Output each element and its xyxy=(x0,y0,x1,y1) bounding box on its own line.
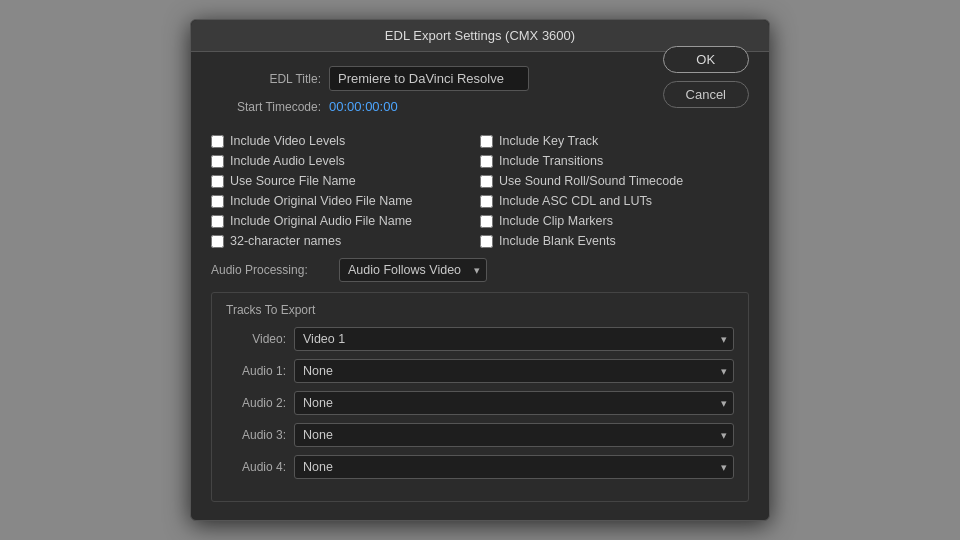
start-timecode-label: Start Timecode: xyxy=(211,100,321,114)
check-row-cb7: Include Key Track xyxy=(480,134,749,148)
audio-track-select-1[interactable]: NoneAudio 1Audio 2Audio 3Audio 4 xyxy=(294,359,734,383)
video-select-wrap: Video 1Video 2Video 3 xyxy=(294,327,734,351)
checkbox-label-cb11: Include Clip Markers xyxy=(499,214,613,228)
edl-export-dialog: EDL Export Settings (CMX 3600) EDL Title… xyxy=(190,19,770,521)
ok-button[interactable]: OK xyxy=(663,46,749,73)
check-row-cb11: Include Clip Markers xyxy=(480,214,749,228)
audio-track-select-4[interactable]: NoneAudio 1Audio 2Audio 3Audio 4 xyxy=(294,455,734,479)
video-track-label: Video: xyxy=(226,332,286,346)
audio-track-label-1: Audio 1: xyxy=(226,364,286,378)
audio-track-select-3[interactable]: NoneAudio 1Audio 2Audio 3Audio 4 xyxy=(294,423,734,447)
right-checkboxes-col: Include Key TrackInclude TransitionsUse … xyxy=(480,134,749,248)
checkbox-label-cb8: Include Transitions xyxy=(499,154,603,168)
check-row-cb4: Include Original Video File Name xyxy=(211,194,480,208)
audio-track-row-2: Audio 2:NoneAudio 1Audio 2Audio 3Audio 4 xyxy=(226,391,734,415)
checkbox-cb11[interactable] xyxy=(480,215,493,228)
checkbox-cb5[interactable] xyxy=(211,215,224,228)
checkbox-cb8[interactable] xyxy=(480,155,493,168)
audio-processing-select-wrap: Audio Follows VideoFollow AudioExplicit … xyxy=(339,258,487,282)
audio-track-label-4: Audio 4: xyxy=(226,460,286,474)
start-timecode-value: 00:00:00:00 xyxy=(329,99,398,114)
audio-processing-row: Audio Processing: Audio Follows VideoFol… xyxy=(211,258,749,282)
check-row-cb10: Include ASC CDL and LUTs xyxy=(480,194,749,208)
checkboxes-area: Include Video LevelsInclude Audio Levels… xyxy=(211,134,749,248)
video-track-select[interactable]: Video 1Video 2Video 3 xyxy=(294,327,734,351)
checkbox-cb6[interactable] xyxy=(211,235,224,248)
tracks-box: Tracks To Export Video: Video 1Video 2Vi… xyxy=(211,292,749,502)
check-row-cb1: Include Video Levels xyxy=(211,134,480,148)
audio-track-row-1: Audio 1:NoneAudio 1Audio 2Audio 3Audio 4 xyxy=(226,359,734,383)
audio-processing-label: Audio Processing: xyxy=(211,263,331,277)
audio-tracks-container: Audio 1:NoneAudio 1Audio 2Audio 3Audio 4… xyxy=(226,359,734,479)
audio-track-label-3: Audio 3: xyxy=(226,428,286,442)
audio-processing-select[interactable]: Audio Follows VideoFollow AudioExplicit … xyxy=(339,258,487,282)
tracks-title: Tracks To Export xyxy=(226,303,734,317)
checkbox-label-cb5: Include Original Audio File Name xyxy=(230,214,412,228)
checkbox-label-cb1: Include Video Levels xyxy=(230,134,345,148)
checkbox-cb12[interactable] xyxy=(480,235,493,248)
checkbox-label-cb9: Use Sound Roll/Sound Timecode xyxy=(499,174,683,188)
audio-select-wrap-2: NoneAudio 1Audio 2Audio 3Audio 4 xyxy=(294,391,734,415)
cancel-button[interactable]: Cancel xyxy=(663,81,749,108)
checkbox-cb1[interactable] xyxy=(211,135,224,148)
audio-select-wrap-4: NoneAudio 1Audio 2Audio 3Audio 4 xyxy=(294,455,734,479)
check-row-cb2: Include Audio Levels xyxy=(211,154,480,168)
edl-title-input[interactable] xyxy=(329,66,529,91)
checkbox-cb10[interactable] xyxy=(480,195,493,208)
checkbox-cb7[interactable] xyxy=(480,135,493,148)
checkbox-label-cb12: Include Blank Events xyxy=(499,234,616,248)
check-row-cb8: Include Transitions xyxy=(480,154,749,168)
checkbox-label-cb3: Use Source File Name xyxy=(230,174,356,188)
audio-select-wrap-1: NoneAudio 1Audio 2Audio 3Audio 4 xyxy=(294,359,734,383)
check-row-cb12: Include Blank Events xyxy=(480,234,749,248)
left-checkboxes-col: Include Video LevelsInclude Audio Levels… xyxy=(211,134,480,248)
video-track-row: Video: Video 1Video 2Video 3 xyxy=(226,327,734,351)
checkbox-label-cb7: Include Key Track xyxy=(499,134,598,148)
dialog-title: EDL Export Settings (CMX 3600) xyxy=(385,28,575,43)
checkbox-label-cb2: Include Audio Levels xyxy=(230,154,345,168)
check-row-cb5: Include Original Audio File Name xyxy=(211,214,480,228)
check-row-cb6: 32-character names xyxy=(211,234,480,248)
audio-track-select-2[interactable]: NoneAudio 1Audio 2Audio 3Audio 4 xyxy=(294,391,734,415)
checkbox-cb9[interactable] xyxy=(480,175,493,188)
audio-track-row-4: Audio 4:NoneAudio 1Audio 2Audio 3Audio 4 xyxy=(226,455,734,479)
audio-track-label-2: Audio 2: xyxy=(226,396,286,410)
checkbox-label-cb4: Include Original Video File Name xyxy=(230,194,413,208)
edl-title-label: EDL Title: xyxy=(211,72,321,86)
checkbox-label-cb6: 32-character names xyxy=(230,234,341,248)
check-row-cb3: Use Source File Name xyxy=(211,174,480,188)
audio-select-wrap-3: NoneAudio 1Audio 2Audio 3Audio 4 xyxy=(294,423,734,447)
audio-track-row-3: Audio 3:NoneAudio 1Audio 2Audio 3Audio 4 xyxy=(226,423,734,447)
check-row-cb9: Use Sound Roll/Sound Timecode xyxy=(480,174,749,188)
checkbox-cb4[interactable] xyxy=(211,195,224,208)
checkbox-cb2[interactable] xyxy=(211,155,224,168)
checkbox-label-cb10: Include ASC CDL and LUTs xyxy=(499,194,652,208)
checkbox-cb3[interactable] xyxy=(211,175,224,188)
